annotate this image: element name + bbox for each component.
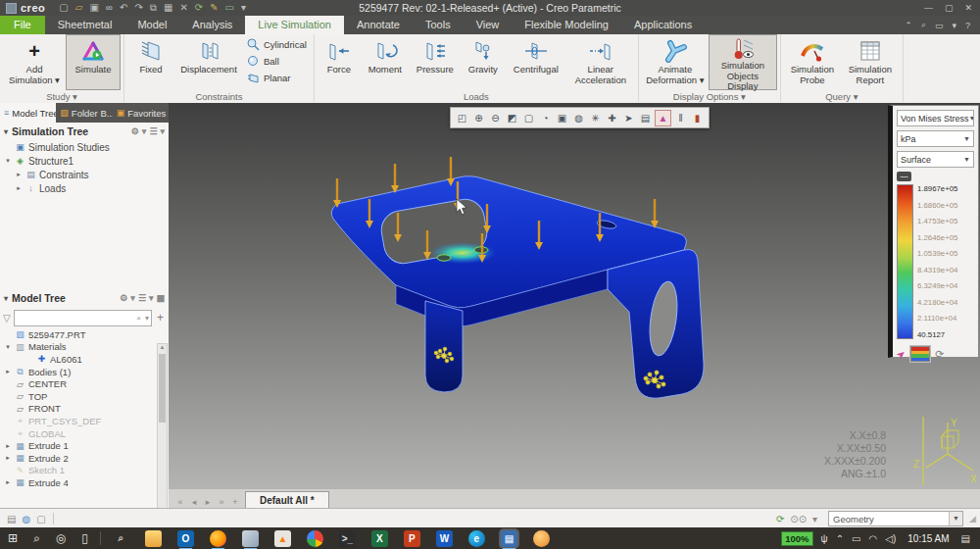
volume-icon[interactable]: ◁) [885,533,896,544]
next-window-icon[interactable]: ▸ [202,497,214,507]
tree-item-loads[interactable]: ▸↓Loads [0,181,169,195]
tree-item-center[interactable]: ▱CENTER [0,377,169,390]
tab-model[interactable]: Model [124,16,179,34]
outlook-icon[interactable]: O [177,530,194,547]
word-icon[interactable]: W [436,530,453,547]
simulation-probe-button[interactable]: Simulation Probe [784,34,841,90]
group-label-study[interactable]: Study ▾ [3,90,121,103]
scroll-up-icon[interactable]: ▲ [158,344,167,350]
annotations-display-icon[interactable]: ▤ [638,111,653,125]
firefox-icon[interactable] [210,530,226,547]
creo-window-icon[interactable]: ▤ [501,530,517,547]
tree-item-front[interactable]: ▱FRONT [0,403,169,416]
collapse-icon[interactable]: ▾ [4,127,8,136]
result-quantity-select[interactable]: Von Mises Stress ▼ [897,110,974,126]
tab-favorites[interactable]: ▣ Favorites [113,103,169,123]
tree-columns-button[interactable]: ☰ [149,126,157,136]
filter-funnel-icon[interactable]: ▽ [3,313,11,324]
tab-model-tree[interactable]: ≡ Model Tree [0,103,56,123]
clock[interactable]: 10:15 AM [907,533,949,544]
display-settings-icon[interactable]: ▭ [225,1,234,15]
link-session-icon[interactable]: ∞ [106,1,113,15]
force-button[interactable]: Force [318,34,361,90]
usb-icon[interactable]: ψ [821,533,828,544]
displacement-button[interactable]: Displacement [174,34,243,90]
tab-flexible-modeling[interactable]: Flexible Modeling [512,16,621,34]
tab-analysis[interactable]: Analysis [179,16,245,34]
tab-view[interactable]: View [464,16,513,34]
first-window-icon[interactable]: « [174,497,186,507]
tree-item-simulation-studies[interactable]: ▣Simulation Studies [0,140,169,154]
edit-definition-icon[interactable]: ✎ [210,1,218,15]
refit-icon[interactable]: ◩ [505,111,519,125]
zoom-in-icon[interactable]: ⊕ [471,111,486,125]
result-unit-select[interactable]: kPa ▼ [897,130,974,147]
windows-icon[interactable]: ▦ [164,1,172,15]
group-label-query[interactable]: Query ▾ [784,90,900,103]
columns-dropdown-icon[interactable]: ▾ [149,293,154,303]
orange-app-icon[interactable] [533,530,550,547]
close-window-icon[interactable]: ✕ [179,1,187,15]
filters-dropdown-icon[interactable]: ▾ [142,126,147,136]
fixed-button[interactable]: Fixed [127,34,174,90]
tree-item-materials[interactable]: ▾▥Materials [0,341,169,354]
tree-columns-button[interactable]: ☰ [138,293,146,303]
spin-center-icon[interactable]: ✚ [605,111,619,125]
simulate-display-icon[interactable]: ▲ [655,110,671,126]
cortana-icon[interactable]: ◎ [56,531,66,545]
connect-dropdown-icon[interactable]: ▾ [952,21,956,30]
expand-toggle-icon[interactable]: ▸ [4,454,12,462]
help-icon[interactable]: ? [965,21,970,30]
connect-icon[interactable]: ▭ [935,21,944,30]
navigator-toggle-icon[interactable]: ▤ [7,514,16,524]
expand-toggle-icon[interactable]: ▸ [4,478,12,486]
minimize-ribbon-icon[interactable]: ⌃ [905,21,912,30]
selection-filter-combo[interactable]: Geometry ▼ [828,511,963,526]
new-file-icon[interactable]: ▢ [59,1,68,15]
gravity-button[interactable]: Gravity [461,34,506,90]
clear-search-icon[interactable]: × [134,314,143,323]
powerpoint-icon[interactable]: P [404,530,420,547]
simulation-report-button[interactable]: Simulation Report [841,34,900,90]
battery-percentage-badge[interactable]: 100% [781,531,812,546]
section-view-icon[interactable]: ◔ [538,111,553,125]
edge-icon[interactable]: e [468,530,485,547]
web-browser-icon[interactable]: ◍ [22,514,30,524]
close-button[interactable]: ✕ [964,3,972,13]
collapse-legend-button[interactable]: — [897,172,911,181]
excel-icon[interactable]: X [371,530,388,547]
selection-filter-icon[interactable]: ➤ [621,111,636,125]
simulate-button[interactable]: Simulate [66,34,121,90]
battery-icon[interactable]: ▭ [852,533,860,544]
terminal-icon[interactable]: >_ [339,530,356,547]
display-style-icon[interactable]: ◍ [571,111,586,125]
tree-item-prt-csys-def[interactable]: ⌖PRT_CSYS_DEF [0,415,169,427]
tree-item-structure1[interactable]: ▾◈Structure1 [0,154,169,168]
tree-item-global[interactable]: ⌖GLOBAL [0,427,169,440]
previous-window-icon[interactable]: ◂ [188,497,200,507]
tab-file[interactable]: File [0,16,45,34]
linear-acceleration-button[interactable]: Linear Acceleration [566,34,635,90]
tree-item-5259477-prt[interactable]: ▧5259477.PRT [0,328,169,341]
expand-toggle-icon[interactable]: ▸ [4,368,12,375]
maximize-button[interactable]: ▢ [945,3,954,13]
moment-button[interactable]: Moment [361,34,410,90]
tab-live-simulation[interactable]: Live Simulation [245,16,344,34]
notification-center-icon[interactable]: ▤ [961,533,970,544]
cad-viewer-icon[interactable] [242,530,259,547]
expand-toggle-icon[interactable]: ▾ [4,343,12,351]
window-tab-default-all[interactable]: Default All * [245,491,329,509]
centrifugal-button[interactable]: Centrifugal [506,34,566,90]
find-dropdown-icon[interactable]: ▾ [812,514,817,524]
expand-toggle-icon[interactable]: ▸ [15,171,23,178]
dynamic-query-icon[interactable]: ➤ [894,346,908,362]
tab-annotate[interactable]: Annotate [344,16,413,34]
tree-filters-button[interactable]: ⚙ [131,126,139,136]
planar-button[interactable]: Planar [243,70,311,86]
collapse-icon[interactable]: ▾ [4,294,8,303]
zoom-out-icon[interactable]: ⊖ [488,111,503,125]
find-icon[interactable]: ⊙⊙ [790,514,807,524]
save-icon[interactable]: ▣ [89,1,98,15]
chevron-down-icon[interactable]: ▼ [949,512,962,525]
tab-sheetmetal[interactable]: Sheetmetal [45,16,125,34]
